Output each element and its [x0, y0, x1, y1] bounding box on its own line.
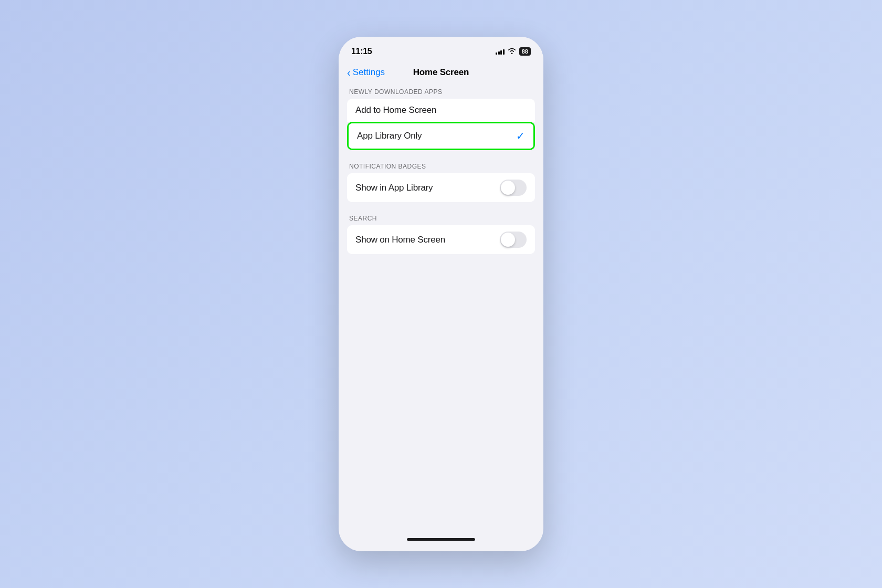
section-newly-downloaded: NEWLY DOWNLOADED APPS Add to Home Screen…: [339, 88, 543, 150]
list-group-search: Show on Home Screen: [347, 225, 535, 254]
list-item-show-on-home-screen[interactable]: Show on Home Screen: [347, 225, 535, 254]
show-in-app-library-label: Show in App Library: [355, 183, 433, 193]
status-icons: 88: [496, 47, 531, 56]
list-item-app-library-only[interactable]: App Library Only ✓: [349, 123, 533, 149]
show-on-home-screen-label: Show on Home Screen: [355, 235, 445, 245]
wifi-icon: [508, 48, 516, 56]
selected-item-wrapper: App Library Only ✓: [347, 122, 535, 150]
toggle-knob-2: [501, 233, 515, 247]
page-title: Home Screen: [413, 67, 469, 78]
show-on-home-screen-toggle[interactable]: [500, 232, 527, 248]
show-in-app-library-toggle[interactable]: [500, 180, 527, 196]
list-group-newly-downloaded: Add to Home Screen: [347, 99, 535, 122]
section-search: SEARCH Show on Home Screen: [339, 215, 543, 254]
back-label: Settings: [353, 67, 385, 78]
battery-icon: 88: [519, 47, 531, 56]
section-header-search: SEARCH: [339, 215, 543, 225]
list-item-show-in-app-library[interactable]: Show in App Library: [347, 173, 535, 202]
status-time: 11:15: [351, 47, 372, 56]
settings-content: NEWLY DOWNLOADED APPS Add to Home Screen…: [339, 84, 543, 532]
app-library-only-label: App Library Only: [357, 131, 422, 141]
section-header-notification-badges: NOTIFICATION BADGES: [339, 163, 543, 173]
toggle-knob: [501, 181, 515, 195]
section-header-newly-downloaded: NEWLY DOWNLOADED APPS: [339, 88, 543, 99]
home-indicator: [339, 532, 543, 551]
phone-frame: 11:15 88 ‹: [339, 37, 543, 551]
checkmark-icon: ✓: [516, 130, 525, 142]
back-chevron-icon: ‹: [347, 67, 351, 78]
back-button[interactable]: ‹ Settings: [347, 67, 385, 78]
list-group-notification-badges: Show in App Library: [347, 173, 535, 202]
section-notification-badges: NOTIFICATION BADGES Show in App Library: [339, 163, 543, 202]
add-to-home-screen-label: Add to Home Screen: [355, 105, 436, 116]
list-item-add-to-home-screen[interactable]: Add to Home Screen: [347, 99, 535, 122]
nav-bar: ‹ Settings Home Screen: [339, 63, 543, 84]
signal-icon: [496, 48, 505, 55]
status-bar: 11:15 88: [339, 37, 543, 63]
home-bar: [407, 538, 475, 541]
